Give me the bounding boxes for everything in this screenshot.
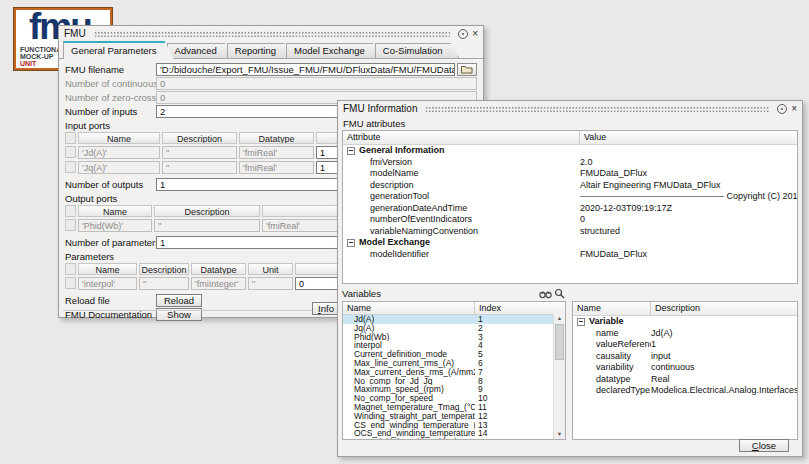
variable-row[interactable]: Rotor_initial_position_(deg)15 — [343, 438, 565, 440]
tree-item-row[interactable]: nameJd(A) — [573, 328, 797, 340]
detail-table-body: VariablenameJd(A)valueReference1causalit… — [573, 316, 797, 397]
variable-index: 8 — [475, 377, 565, 386]
info-button[interactable]: Info — [312, 302, 340, 315]
tree-item-row[interactable]: causalityinput — [573, 351, 797, 363]
variables-label: Variables — [342, 288, 538, 299]
cell: 'Jq(A)' — [78, 161, 160, 174]
item-name: fmiVersion — [343, 157, 580, 168]
column-header: Unit — [248, 263, 293, 275]
variables-list-header: Name Index — [343, 302, 565, 315]
variable-name: Current_definition_mode — [343, 350, 475, 359]
variable-row[interactable]: No_comp_for_Jd_Jq8 — [343, 377, 565, 386]
titlebar-drag-dots — [425, 105, 769, 112]
find-icon[interactable] — [538, 288, 552, 299]
tree-item-row[interactable]: variabilitycontinuous — [573, 362, 797, 374]
variable-index: 13 — [475, 421, 565, 430]
collapse-icon[interactable] — [577, 318, 585, 326]
tree-item-row[interactable]: modelIdentifierFMUData_DFlux — [343, 249, 797, 261]
tree-item-row[interactable]: modelNameFMUData_DFlux — [343, 168, 797, 180]
help-icon[interactable] — [777, 104, 787, 114]
search-icon[interactable] — [552, 288, 566, 299]
collapse-icon[interactable] — [347, 239, 355, 247]
continuous-states-input: 0 — [156, 77, 477, 90]
cell: '' — [154, 219, 260, 232]
variable-row[interactable]: interpol4 — [343, 341, 565, 350]
item-value: 2.0 — [580, 157, 797, 168]
variable-row[interactable]: CS_end_winding_temperature_(°C)13 — [343, 421, 565, 430]
tree-item-row[interactable]: descriptionAltair Engineering FMUData_DF… — [343, 180, 797, 192]
scroll-down-icon[interactable]: ▼ — [554, 430, 565, 439]
item-name: generationDateAndTime — [343, 203, 580, 214]
info-dialog-title: FMU Information — [343, 103, 417, 114]
vertical-scrollbar[interactable]: ▲ ▼ — [553, 314, 565, 439]
variable-index: 14 — [475, 429, 565, 438]
tree-item-row[interactable]: fmiVersion2.0 — [343, 157, 797, 169]
close-icon[interactable]: × — [791, 104, 797, 114]
collapse-icon[interactable] — [347, 147, 355, 155]
tab-advanced[interactable]: Advanced — [167, 43, 234, 58]
variable-name: OCS_end_winding_temperature_(°C) — [343, 429, 475, 438]
variable-row[interactable]: Maximum_speed_(rpm)9 — [343, 385, 565, 394]
variable-row[interactable]: OCS_end_winding_temperature_(°C)14 — [343, 429, 565, 438]
zero-crossing-label: Number of zero-crossing surfaces. — [65, 92, 156, 103]
variable-row[interactable]: Phid(Wb)3 — [343, 333, 565, 342]
help-icon[interactable] — [458, 29, 468, 39]
tab-general-parameters[interactable]: General Parameters — [63, 41, 174, 59]
column-header-description: Description — [651, 302, 797, 315]
titlebar-drag-dots — [94, 30, 450, 37]
tree-group-row[interactable]: Model Exchange — [343, 237, 797, 249]
cell: '' — [162, 146, 237, 159]
tree-item-row[interactable]: variableNamingConventionstructured — [343, 226, 797, 238]
variable-row[interactable]: Winding_straight_part_temperature_(°C)12 — [343, 412, 565, 421]
group-label: General Information — [359, 145, 445, 156]
scrollbar-thumb[interactable] — [555, 324, 564, 360]
tree-item-row[interactable]: declaredTypeModelica.Electrical.Analog.I… — [573, 385, 797, 397]
num-inputs-label: Number of inputs — [65, 106, 156, 117]
close-button[interactable]: Close — [739, 439, 789, 452]
variable-row[interactable]: Magnet_temperature_Tmag_(°C)11 — [343, 403, 565, 412]
fmu-dialog-titlebar[interactable]: FMU × — [59, 26, 483, 41]
row-header — [65, 146, 76, 158]
tab-bar: General ParametersAdvancedReportingModel… — [59, 41, 483, 59]
tree-item-row[interactable]: generationTool———————————————— Copyright… — [343, 191, 797, 203]
cell: '' — [248, 277, 293, 290]
close-icon[interactable]: × — [472, 29, 478, 39]
group-label: Variable — [589, 316, 624, 327]
variable-index: 4 — [475, 341, 565, 350]
variable-row[interactable]: Max_current_dens_rms_(A/mm2)7 — [343, 368, 565, 377]
column-header-index: Index — [475, 302, 553, 314]
item-value: 2020-12-03T09:19:17Z — [580, 203, 797, 214]
filename-input[interactable]: 'D:/bidouche/Export_FMU/Issue_FMU/FMU/DF… — [156, 63, 455, 76]
variable-name: Jd(A) — [343, 315, 475, 324]
attributes-table-header: Attribute Value — [343, 131, 797, 145]
tree-group-name: General Information — [343, 145, 580, 156]
reload-button[interactable]: Reload — [156, 294, 202, 307]
tree-item-row[interactable]: numberOfEventIndicators0 — [343, 214, 797, 226]
variables-list-body: Jd(A)1Jq(A)2Phid(Wb)3interpol4Current_de… — [343, 315, 565, 440]
scroll-up-icon[interactable]: ▲ — [554, 314, 565, 323]
tree-item-row[interactable]: datatypeReal — [573, 374, 797, 386]
tree-item-row[interactable]: valueReference1 — [573, 339, 797, 351]
column-header-value: Value — [580, 131, 797, 144]
tree-group-row[interactable]: General Information — [343, 145, 797, 157]
fmu-information-dialog: FMU Information × FMU attributes Attribu… — [337, 100, 803, 457]
item-name: numberOfEventIndicators — [343, 214, 580, 225]
column-header-attribute: Attribute — [343, 131, 580, 144]
item-name: valueReference — [573, 339, 651, 350]
variable-row[interactable]: Jq(A)2 — [343, 324, 565, 333]
reload-file-label: Reload file — [65, 295, 156, 306]
info-dialog-titlebar[interactable]: FMU Information × — [338, 101, 802, 116]
corner-header — [65, 132, 76, 144]
tree-item-row[interactable]: generationDateAndTime2020-12-03T09:19:17… — [343, 203, 797, 215]
browse-button[interactable] — [457, 63, 477, 76]
variable-row[interactable]: No_comp_for_speed10 — [343, 394, 565, 403]
variable-row[interactable]: Current_definition_mode5 — [343, 350, 565, 359]
item-value: FMUData_DFlux — [580, 249, 797, 260]
tab-co-simulation[interactable]: Co-Simulation — [375, 43, 460, 58]
tree-group-row[interactable]: Variable — [573, 316, 797, 328]
item-value: continuous — [651, 362, 797, 373]
tab-model-exchange[interactable]: Model Exchange — [286, 43, 382, 58]
variable-row[interactable]: Jd(A)1 — [343, 315, 565, 324]
tab-reporting[interactable]: Reporting — [227, 43, 293, 58]
variable-row[interactable]: Max_line_current_rms_(A)6 — [343, 359, 565, 368]
